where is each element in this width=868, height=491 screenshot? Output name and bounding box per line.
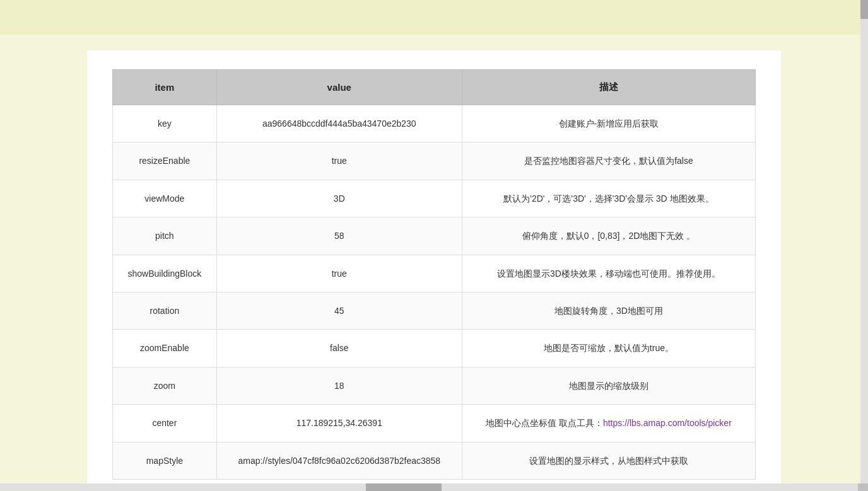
col-header-value: value xyxy=(216,70,462,105)
table-row: keyaa966648bccddf444a5ba43470e2b230创建账户-… xyxy=(113,105,756,142)
cell-value: amap://styles/047cf8fc96a02c6206d387b2fe… xyxy=(216,442,462,479)
table-row: resizeEnabletrue是否监控地图容器尺寸变化，默认值为false xyxy=(113,142,756,180)
content-area: item value 描述 keyaa966648bccddf444a5ba43… xyxy=(87,50,781,491)
table-header-row: item value 描述 xyxy=(113,70,756,105)
cell-desc: 地图是否可缩放，默认值为true。 xyxy=(462,330,755,367)
cell-desc: 地图中心点坐标值 取点工具：https://lbs.amap.com/tools… xyxy=(462,405,755,442)
table-row: center117.189215,34.26391地图中心点坐标值 取点工具：h… xyxy=(113,405,756,442)
cell-desc: 默认为'2D'，可选'3D'，选择'3D'会显示 3D 地图效果。 xyxy=(462,180,755,217)
table-row: showBuildingBlocktrue设置地图显示3D楼块效果，移动端也可使… xyxy=(113,255,756,292)
cell-desc: 地图旋转角度，3D地图可用 xyxy=(462,292,755,329)
cell-item: pitch xyxy=(113,217,217,255)
cell-desc: 是否监控地图容器尺寸变化，默认值为false xyxy=(462,142,755,180)
cell-desc: 设置地图显示3D楼块效果，移动端也可使用。推荐使用。 xyxy=(462,255,755,292)
col-header-desc: 描述 xyxy=(462,70,755,105)
scrollbar-corner xyxy=(858,483,868,491)
cell-desc: 地图显示的缩放级别 xyxy=(462,367,755,404)
scrollbar-horizontal-thumb[interactable] xyxy=(366,483,442,491)
cell-item: resizeEnable xyxy=(113,142,217,180)
cell-item: mapStyle xyxy=(113,442,217,479)
table-row: rotation45地图旋转角度，3D地图可用 xyxy=(113,292,756,329)
cell-value: 45 xyxy=(216,292,462,329)
cell-desc: 俯仰角度，默认0，[0,83]，2D地图下无效 。 xyxy=(462,217,755,255)
data-table: item value 描述 keyaa966648bccddf444a5ba43… xyxy=(112,69,756,480)
table-row: viewMode3D默认为'2D'，可选'3D'，选择'3D'会显示 3D 地图… xyxy=(113,180,756,217)
cell-value: 117.189215,34.26391 xyxy=(216,405,462,442)
cell-value: 18 xyxy=(216,367,462,404)
table-row: mapStyleamap://styles/047cf8fc96a02c6206… xyxy=(113,442,756,479)
cell-value: 3D xyxy=(216,180,462,217)
cell-item: rotation xyxy=(113,292,217,329)
table-row: pitch58俯仰角度，默认0，[0,83]，2D地图下无效 。 xyxy=(113,217,756,255)
cell-item: key xyxy=(113,105,217,142)
cell-value: 58 xyxy=(216,217,462,255)
cell-item: zoomEnable xyxy=(113,330,217,367)
cell-value: true xyxy=(216,255,462,292)
page-wrapper: item value 描述 keyaa966648bccddf444a5ba43… xyxy=(87,50,781,491)
col-header-item: item xyxy=(113,70,217,105)
cell-item: showBuildingBlock xyxy=(113,255,217,292)
cell-value: false xyxy=(216,330,462,367)
cell-desc: 创建账户-新增应用后获取 xyxy=(462,105,755,142)
scrollbar-vertical-thumb[interactable] xyxy=(860,0,868,19)
table-row: zoom18地图显示的缩放级别 xyxy=(113,367,756,404)
cell-item: zoom xyxy=(113,367,217,404)
cell-value: aa966648bccddf444a5ba43470e2b230 xyxy=(216,105,462,142)
desc-link[interactable]: https://lbs.amap.com/tools/picker xyxy=(603,418,732,428)
cell-value: true xyxy=(216,142,462,180)
top-bar xyxy=(0,0,868,35)
scrollbar-vertical[interactable] xyxy=(860,0,868,491)
desc-text: 地图中心点坐标值 取点工具： xyxy=(486,418,603,428)
cell-item: center xyxy=(113,405,217,442)
cell-item: viewMode xyxy=(113,180,217,217)
table-row: zoomEnablefalse地图是否可缩放，默认值为true。 xyxy=(113,330,756,367)
cell-desc: 设置地图的显示样式，从地图样式中获取 xyxy=(462,442,755,479)
scrollbar-horizontal[interactable] xyxy=(0,483,858,491)
